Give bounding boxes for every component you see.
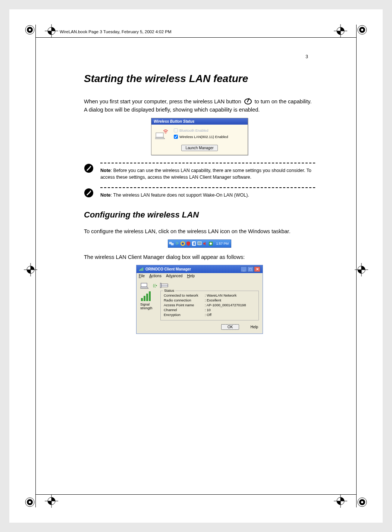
- maximize-button[interactable]: □: [247, 266, 254, 272]
- laptop-signal-icon: [155, 128, 169, 140]
- note-body: : Before you can use the wireless LAN ca…: [100, 168, 311, 180]
- note-block: Note: The wireless LAN feature does not …: [84, 187, 315, 200]
- intro-paragraph: When you first start your computer, pres…: [84, 97, 315, 114]
- svg-point-2: [29, 29, 31, 31]
- client-manager-dialog: ORINOCO Client Manager _ □ ✕ File Action…: [136, 265, 263, 334]
- svg-rect-59: [146, 294, 148, 301]
- wlan-checkbox-input[interactable]: [174, 135, 178, 139]
- wlan-titlebar-icon: [139, 267, 144, 272]
- crop-mark-icon: [355, 22, 370, 37]
- svg-rect-60: [149, 291, 151, 301]
- tray-wlan-icon[interactable]: [208, 241, 213, 246]
- svg-marker-45: [203, 242, 206, 245]
- launch-manager-button[interactable]: Launch Manager: [181, 145, 217, 151]
- tray-bluetooth-icon[interactable]: [191, 241, 197, 246]
- intro-text-a: When you first start your computer, pres…: [84, 98, 243, 104]
- svg-rect-50: [141, 268, 142, 271]
- register-mark-icon: [334, 494, 347, 508]
- register-mark-icon: [45, 494, 58, 508]
- tray-monitors-icon[interactable]: [169, 241, 174, 246]
- note-pencil-icon: [84, 187, 94, 200]
- status-row: Access Point name: AP-1000_000147270198: [164, 303, 255, 308]
- bluetooth-enabled-checkbox[interactable]: Bluetooth Enabled: [174, 128, 244, 132]
- section-heading: Configuring the wireless LAN: [84, 210, 315, 220]
- menu-help[interactable]: Help: [187, 274, 195, 278]
- system-tray[interactable]: ⟳ 1:57 PM: [168, 240, 231, 248]
- note-pencil-icon: [84, 163, 94, 181]
- svg-point-11: [361, 501, 363, 503]
- svg-rect-57: [141, 298, 143, 301]
- register-mark-icon: [45, 24, 58, 38]
- svg-point-41: [182, 242, 184, 245]
- register-mark-icon: [355, 263, 368, 276]
- menubar[interactable]: File Actions Advanced Help: [137, 273, 263, 279]
- crop-mark-icon: [22, 495, 37, 510]
- wlan-enabled-checkbox[interactable]: Wireless LAN(802.11) Enabled: [174, 135, 244, 139]
- svg-marker-33: [155, 137, 165, 139]
- menu-file[interactable]: File: [139, 274, 145, 278]
- note-label: Note: [100, 168, 111, 173]
- status-row: Radio connection: Excellent: [164, 298, 255, 303]
- config-followup: The wireless LAN Client Manager dialog b…: [84, 253, 315, 261]
- signal-strength-label: Signal strength: [140, 303, 157, 310]
- bluetooth-label: Bluetooth Enabled: [179, 128, 208, 132]
- wireless-button-status-dialog: Wireless Button Status Bluetooth Enabled…: [151, 118, 248, 155]
- svg-rect-56: [160, 283, 161, 288]
- crop-mark-icon: [355, 495, 370, 510]
- dialog-titlebar[interactable]: ORINOCO Client Manager _ □ ✕: [137, 265, 263, 273]
- register-mark-icon: [334, 24, 347, 38]
- status-row: Channel: 10: [164, 308, 255, 313]
- svg-rect-48: [139, 270, 140, 271]
- note-block: Note: Before you can use the wireless LA…: [84, 163, 315, 181]
- tray-norton-icon[interactable]: [180, 241, 185, 246]
- wireless-button-icon: [244, 98, 252, 107]
- content: Starting the wireless LAN feature When y…: [84, 54, 315, 334]
- dialog-title-text: ORINOCO Client Manager: [145, 267, 191, 271]
- svg-point-8: [29, 501, 31, 503]
- svg-rect-44: [199, 245, 200, 245]
- tray-screen-icon[interactable]: [197, 241, 202, 246]
- note-divider: [100, 187, 315, 188]
- svg-rect-32: [156, 133, 163, 137]
- signal-waves-icon: ((•: [153, 283, 157, 288]
- connection-graphic: ((•: [140, 282, 259, 289]
- crop-mark-icon: [22, 22, 37, 37]
- svg-rect-49: [140, 269, 141, 271]
- note-body: : The wireless LAN feature does not supp…: [111, 193, 249, 198]
- wlan-label: Wireless LAN(802.11) Enabled: [179, 135, 228, 139]
- config-intro: To configure the wireless LAN, click on …: [84, 227, 315, 235]
- header-line: WireLAN.book Page 3 Tuesday, February 5,…: [60, 29, 172, 34]
- svg-point-47: [210, 242, 212, 245]
- status-row: Encryption: Off: [164, 313, 255, 317]
- svg-marker-53: [140, 287, 148, 288]
- svg-rect-51: [142, 267, 143, 271]
- tray-refresh-icon[interactable]: ⟳: [175, 241, 180, 246]
- svg-rect-52: [141, 283, 147, 287]
- help-button[interactable]: Help: [250, 324, 258, 330]
- status-group-label: Status: [163, 288, 175, 292]
- note-text: Note: Before you can use the wireless LA…: [100, 167, 315, 181]
- page-title: Starting the wireless LAN feature: [84, 73, 315, 85]
- status-group: Status Connected to network: WaveLAN Net…: [160, 291, 259, 320]
- svg-rect-58: [144, 296, 145, 301]
- bluetooth-checkbox-input[interactable]: [174, 128, 178, 132]
- tray-shield-icon[interactable]: [186, 241, 191, 246]
- page: WireLAN.book Page 3 Tuesday, February 5,…: [9, 9, 383, 523]
- note-label: Note: [100, 193, 111, 198]
- tray-volume-icon[interactable]: [203, 241, 208, 246]
- note-divider: [100, 163, 315, 163]
- svg-rect-43: [198, 242, 201, 245]
- signal-strength-block: Signal strength: [140, 291, 157, 320]
- ok-button[interactable]: OK: [221, 324, 239, 330]
- menu-advanced[interactable]: Advanced: [166, 274, 182, 278]
- svg-rect-39: [171, 243, 173, 245]
- close-button[interactable]: ✕: [254, 266, 260, 272]
- menu-actions[interactable]: Actions: [149, 274, 161, 278]
- svg-point-5: [361, 29, 363, 31]
- note-text: Note: The wireless LAN feature does not …: [100, 192, 315, 198]
- dialog-title: Wireless Button Status: [151, 118, 248, 125]
- tray-clock: 1:57 PM: [214, 242, 230, 245]
- signal-bars-icon: [140, 291, 153, 302]
- minimize-button[interactable]: _: [241, 266, 247, 272]
- status-row: Connected to network: WaveLAN Network: [164, 293, 255, 298]
